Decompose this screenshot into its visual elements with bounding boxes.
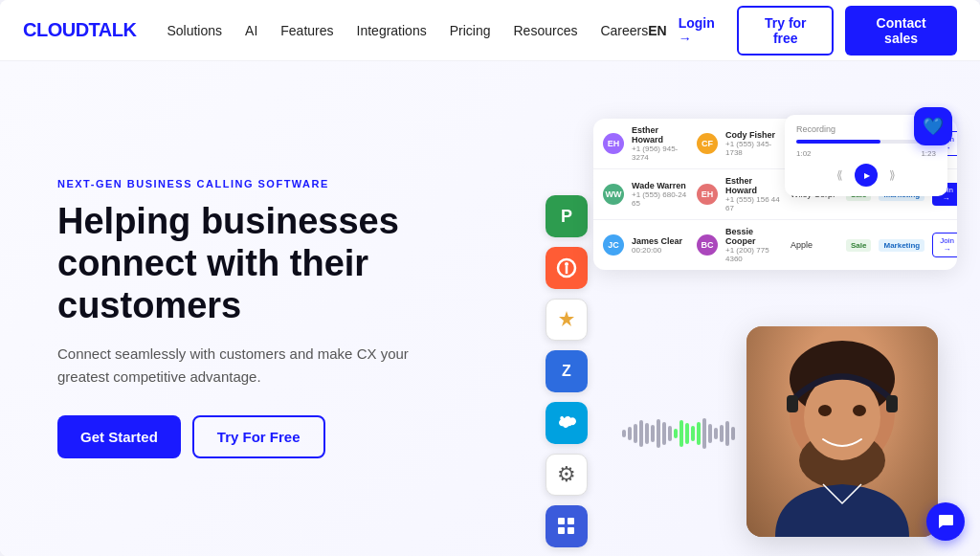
language-selector[interactable]: EN bbox=[648, 23, 666, 38]
try-free-hero-button[interactable]: Try For Free bbox=[192, 415, 325, 458]
hero-section: NEXT-GEN BUSINESS CALLING SOFTWARE Helpi… bbox=[0, 61, 980, 556]
salesforce-icon bbox=[546, 402, 588, 444]
logo: CLOUDTALK bbox=[23, 19, 136, 41]
join-btn-3[interactable]: Join → bbox=[932, 233, 957, 257]
rewind-icon[interactable]: ⟪ bbox=[836, 168, 843, 182]
avatar-bessie: BC bbox=[697, 234, 718, 256]
get-started-button[interactable]: Get Started bbox=[57, 415, 181, 458]
nav-features[interactable]: Features bbox=[280, 23, 333, 38]
agent-photo bbox=[746, 326, 938, 537]
chat-bubble-button[interactable] bbox=[926, 502, 965, 541]
grid-icon bbox=[546, 505, 588, 547]
recording-controls: ⟪ ▶ ⟫ bbox=[796, 164, 936, 187]
svg-rect-4 bbox=[558, 518, 565, 524]
hero-buttons: Get Started Try For Free bbox=[57, 415, 517, 458]
avatar-james: JC bbox=[603, 234, 624, 256]
avatar-cody: CF bbox=[697, 133, 718, 154]
nav-integrations[interactable]: Integrations bbox=[357, 23, 427, 38]
svg-point-13 bbox=[853, 405, 866, 416]
svg-rect-6 bbox=[558, 527, 565, 534]
try-free-nav-button[interactable]: Try for free bbox=[737, 6, 834, 56]
svg-point-12 bbox=[818, 405, 832, 416]
nav-right: EN Login → Try for free Contact sales bbox=[648, 6, 957, 56]
heart-icon: 💙 bbox=[914, 107, 952, 145]
settings-icon-orange bbox=[546, 299, 588, 341]
login-button[interactable]: Login → bbox=[679, 15, 726, 46]
svg-point-11 bbox=[804, 374, 880, 460]
gear-settings-icon: ⚙ bbox=[546, 454, 588, 496]
svg-marker-3 bbox=[559, 311, 574, 326]
navbar: CLOUDTALK Solutions AI Features Integrat… bbox=[0, 0, 980, 61]
nav-solutions[interactable]: Solutions bbox=[167, 23, 222, 38]
play-button[interactable]: ▶ bbox=[855, 164, 878, 187]
recording-time-start: 1:02 bbox=[796, 149, 812, 158]
svg-rect-7 bbox=[568, 527, 574, 534]
hero-right: P Z ⚙ bbox=[517, 100, 957, 537]
svg-rect-15 bbox=[886, 395, 898, 412]
svg-rect-14 bbox=[787, 395, 798, 412]
recording-times: 1:02 1:23 bbox=[796, 149, 936, 158]
hero-subtitle: Connect seamlessly with customers and ma… bbox=[57, 343, 440, 389]
hero-eyebrow: NEXT-GEN BUSINESS CALLING SOFTWARE bbox=[57, 178, 517, 189]
avatar-esther: EH bbox=[603, 133, 624, 154]
pipedrive-icon: P bbox=[546, 195, 588, 237]
nav-careers[interactable]: Careers bbox=[600, 23, 648, 38]
svg-rect-5 bbox=[568, 518, 574, 524]
nav-ai[interactable]: AI bbox=[245, 23, 257, 38]
waveform bbox=[622, 414, 735, 453]
hero-left: NEXT-GEN BUSINESS CALLING SOFTWARE Helpi… bbox=[57, 178, 517, 457]
avatar-esther2: EH bbox=[697, 184, 718, 205]
recording-time-end: 1:23 bbox=[921, 149, 936, 158]
app-icons-list: P Z ⚙ bbox=[546, 195, 588, 547]
page-wrapper: CLOUDTALK Solutions AI Features Integrat… bbox=[0, 0, 980, 556]
zendesk-icon: Z bbox=[546, 350, 588, 392]
forward-icon[interactable]: ⟫ bbox=[889, 168, 896, 182]
crm-row-3: JC James Clear 00:20:00 BC Bessie Cooper… bbox=[593, 220, 957, 270]
hero-title: Helping businesses connect with their cu… bbox=[57, 201, 517, 326]
nav-links: Solutions AI Features Integrations Prici… bbox=[167, 23, 648, 38]
hubspot-icon bbox=[546, 247, 588, 289]
contact-sales-button[interactable]: Contact sales bbox=[845, 6, 957, 56]
nav-resources[interactable]: Resources bbox=[514, 23, 578, 38]
agent-face bbox=[746, 326, 938, 537]
avatar-wade: WW bbox=[603, 184, 624, 205]
svg-point-1 bbox=[565, 262, 568, 266]
nav-pricing[interactable]: Pricing bbox=[450, 23, 491, 38]
recording-progress-fill bbox=[796, 140, 880, 144]
